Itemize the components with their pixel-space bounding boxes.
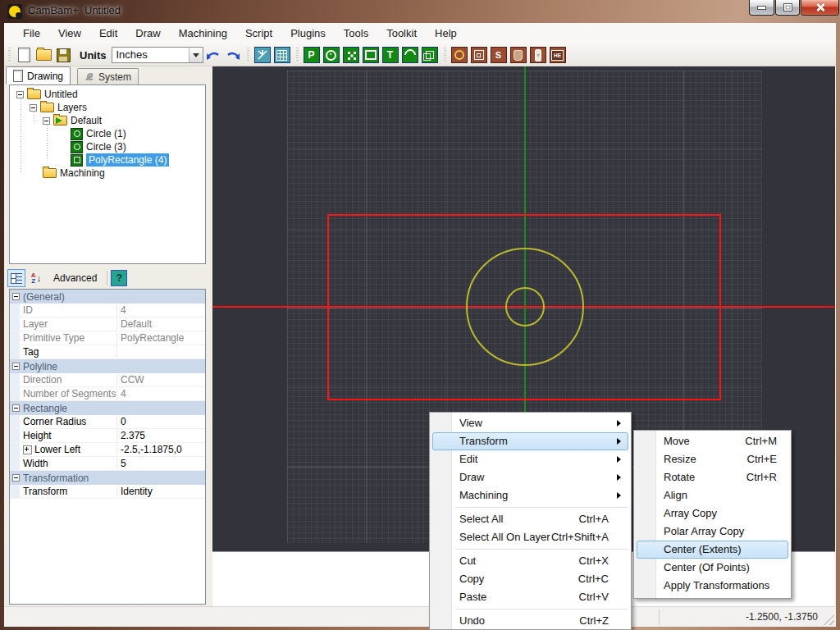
menu-help[interactable]: Help xyxy=(426,23,466,44)
collapse-icon[interactable] xyxy=(12,474,20,482)
draw-text-button[interactable]: T xyxy=(381,46,399,64)
title-bar[interactable]: CamBam+ Untitled xyxy=(0,0,840,23)
draw-rectangle-button[interactable] xyxy=(362,46,380,64)
menu-edit[interactable]: Edit xyxy=(90,23,126,44)
property-row[interactable]: Height2.375 xyxy=(10,429,205,443)
expand-icon[interactable] xyxy=(23,445,32,454)
property-row[interactable]: Corner Radius0 xyxy=(10,415,205,429)
menu-item-undo[interactable]: UndoCtrl+Z xyxy=(432,612,628,630)
menu-plugins[interactable]: Plugins xyxy=(281,23,335,44)
draw-circle-button[interactable] xyxy=(322,46,340,64)
submenu-item-center-extents[interactable]: Center (Extents) xyxy=(637,541,788,559)
inner-circle-shape[interactable] xyxy=(505,287,545,326)
tree-node-circle-3[interactable]: Circle (3) xyxy=(10,140,205,153)
submenu-item-resize[interactable]: ResizeCtrl+E xyxy=(637,450,788,468)
menu-item-select-all-on-layer[interactable]: Select All On LayerCtrl+Shift+A xyxy=(432,528,628,546)
submenu-item-center-of-points[interactable]: Center (Of Points) xyxy=(637,559,788,577)
property-row[interactable]: Width5 xyxy=(10,457,205,471)
mop-profile-button[interactable]: S xyxy=(490,46,508,64)
tree-node-circle-1[interactable]: Circle (1) xyxy=(10,127,205,140)
property-row[interactable]: Tag xyxy=(10,345,205,359)
open-file-button[interactable] xyxy=(34,46,52,64)
draw-arc-button[interactable] xyxy=(401,46,419,64)
menu-view[interactable]: View xyxy=(49,23,90,44)
mop-engrave-button[interactable]: 〃 xyxy=(529,46,547,64)
menu-item-draw[interactable]: Draw xyxy=(432,468,628,486)
property-category[interactable]: Polyline xyxy=(10,359,205,373)
tree-node-polyrectangle[interactable]: PolyRectangle (4) xyxy=(10,153,205,167)
property-row[interactable]: DirectionCCW xyxy=(10,373,205,387)
collapse-icon[interactable] xyxy=(43,117,50,125)
property-value: 4 xyxy=(117,388,126,399)
mop-pocket-button[interactable] xyxy=(470,46,488,64)
help-button[interactable]: ? xyxy=(111,270,127,286)
units-combobox[interactable]: Inches xyxy=(112,47,203,63)
toggle-grid-button[interactable] xyxy=(273,46,291,64)
menu-item-edit[interactable]: Edit xyxy=(432,450,628,468)
menu-item-cut[interactable]: CutCtrl+X xyxy=(432,552,628,570)
save-file-button[interactable] xyxy=(54,46,72,64)
menu-tools[interactable]: Tools xyxy=(335,23,377,44)
wrench-icon xyxy=(84,72,94,82)
submenu-item-apply-transformations[interactable]: Apply Transformations xyxy=(637,577,788,595)
menu-item-view[interactable]: View xyxy=(432,414,628,432)
menu-item-copy[interactable]: CopyCtrl+C xyxy=(432,570,628,588)
close-button[interactable] xyxy=(801,0,839,16)
tree-node-machining[interactable]: Machining xyxy=(10,167,205,180)
property-row[interactable]: TransformIdentity xyxy=(10,485,205,499)
property-category[interactable]: (General) xyxy=(10,290,205,304)
menu-draw[interactable]: Draw xyxy=(126,23,169,44)
property-category[interactable]: Transformation xyxy=(10,471,205,485)
tree-node-default-layer[interactable]: Default xyxy=(10,114,205,127)
minimize-button[interactable] xyxy=(749,0,774,16)
submenu-item-move[interactable]: MoveCtrl+M xyxy=(637,432,788,450)
new-file-button[interactable] xyxy=(15,46,33,64)
menu-machining[interactable]: Machining xyxy=(170,23,236,44)
mop-heightmap-button[interactable]: HE xyxy=(549,46,567,64)
menu-file[interactable]: File xyxy=(14,23,49,44)
submenu-item-array-copy[interactable]: Array Copy xyxy=(637,504,788,523)
alphabetical-view-button[interactable]: AZ ↓ xyxy=(27,269,45,287)
menu-item-label: View xyxy=(459,414,628,432)
property-row[interactable]: Number of Segments4 xyxy=(10,387,205,401)
tree-node-layers[interactable]: Layers xyxy=(10,101,205,114)
menu-script[interactable]: Script xyxy=(236,23,281,44)
collapse-icon[interactable] xyxy=(16,91,24,98)
submenu-item-polar-array-copy[interactable]: Polar Array Copy xyxy=(637,523,788,541)
property-row[interactable]: LayerDefault xyxy=(10,317,205,331)
categorized-view-button[interactable] xyxy=(7,269,25,287)
menu-toolkit[interactable]: Toolkit xyxy=(377,23,426,44)
draw-polyline-button[interactable]: P xyxy=(303,46,321,64)
draw-surface-button[interactable] xyxy=(421,46,439,64)
property-label: Direction xyxy=(20,374,117,386)
resize-grip[interactable] xyxy=(824,614,834,625)
toggle-axes-button[interactable] xyxy=(253,46,272,64)
property-row[interactable]: ID4 xyxy=(10,304,205,317)
property-category[interactable]: Rectangle xyxy=(10,401,205,415)
mop-3d-profile-button[interactable] xyxy=(509,46,527,64)
collapse-icon[interactable] xyxy=(12,404,20,412)
submenu-item-align[interactable]: Align xyxy=(637,486,788,504)
property-row[interactable]: Lower Left-2.5,-1.1875,0 xyxy=(10,443,205,457)
submenu-item-rotate[interactable]: RotateCtrl+R xyxy=(637,468,788,486)
polyline-icon: P xyxy=(304,47,320,63)
redo-button[interactable] xyxy=(224,46,242,64)
tree-node-untitled[interactable]: Untitled xyxy=(10,88,205,101)
menu-item-transform[interactable]: Transform xyxy=(432,432,628,450)
restore-button[interactable] xyxy=(775,0,800,16)
mop-drill-button[interactable] xyxy=(450,46,468,64)
menu-item-select-all[interactable]: Select AllCtrl+A xyxy=(432,510,628,528)
undo-button[interactable] xyxy=(204,46,222,64)
collapse-icon[interactable] xyxy=(12,293,20,300)
collapse-icon[interactable] xyxy=(12,363,20,370)
draw-points-button[interactable] xyxy=(342,46,360,64)
property-row[interactable]: Primitive TypePolyRectangle xyxy=(10,331,205,345)
advanced-button[interactable]: Advanced xyxy=(47,272,103,284)
collapse-icon[interactable] xyxy=(30,104,37,112)
menu-item-paste[interactable]: PasteCtrl+V xyxy=(432,588,628,606)
tab-system[interactable]: System xyxy=(77,68,139,84)
menu-item-machining[interactable]: Machining xyxy=(432,486,628,504)
tab-drawing[interactable]: Drawing xyxy=(6,66,71,84)
combo-dropdown-button[interactable] xyxy=(189,48,203,62)
save-file-icon xyxy=(57,48,71,62)
